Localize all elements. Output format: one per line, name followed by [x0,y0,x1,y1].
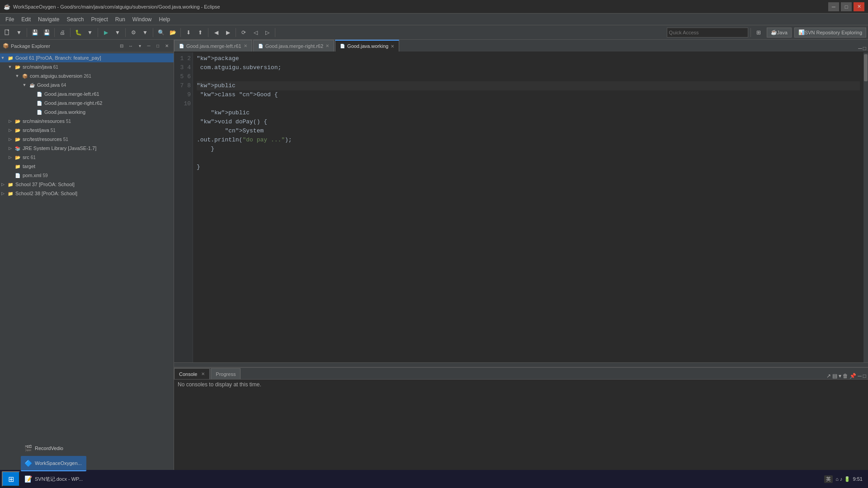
maximize-button[interactable]: □ [841,2,852,11]
open-console-button[interactable]: ↗ [826,373,831,379]
sidebar-menu-button[interactable]: ▾ [136,42,144,50]
minimize-button[interactable]: ─ [828,2,839,11]
tree-arrow[interactable]: ▼ [22,83,27,87]
next-annotation-button[interactable]: ⬇ [183,27,194,38]
taskbar-item[interactable]: 🔷 WorkSpaceOxygen... [21,456,86,471]
menu-navigate[interactable]: Navigate [34,14,63,25]
back-button[interactable]: ◀ [211,27,222,38]
start-button[interactable]: ⊞ [2,471,20,487]
tab-close-button[interactable]: ✕ [391,44,394,49]
tree-arrow[interactable]: ▷ [7,137,13,141]
taskbar-item[interactable]: 📝 SVN笔记.docx - WP... [21,471,86,487]
clear-console-button[interactable]: 🗑 [843,373,848,379]
next-edit-button[interactable]: ▷ [262,27,273,38]
debug-dropdown[interactable]: ▼ [85,27,95,38]
menu-window[interactable]: Window [129,14,156,25]
tree-arrow[interactable]: ▷ [0,191,5,196]
new-button[interactable] [2,27,13,38]
scrollbar-thumb[interactable] [864,54,868,81]
tree-item[interactable]: ▼ 📦 com.atguigu.subversion 261 [0,71,174,80]
tree-item[interactable]: 📁 target [0,162,174,171]
menu-project[interactable]: Project [87,14,111,25]
tab-close-button[interactable]: ✕ [244,43,247,48]
tree-item[interactable]: ▼ 📁 Good 61 [ProOA, Branch: feature_pay] [0,53,174,62]
taskbar-item[interactable]: 🎬 RecordVedio [21,441,86,456]
menu-help[interactable]: Help [156,14,174,25]
editor-tab[interactable]: 📄 Good.java.merge-right.r62 ✕ [253,40,334,52]
tree-arrow[interactable]: ▷ [7,146,13,150]
tree-item[interactable]: 📄 Good.java.working [0,108,174,117]
tree-item[interactable]: 📄 Good.java.merge-right.r62 [0,99,174,108]
tree-item[interactable]: ▷ 📂 src/test/resources 51 [0,135,174,144]
console-dropdown[interactable]: ▾ [839,373,841,379]
tree-arrow[interactable]: ▷ [0,182,5,187]
tree-item[interactable]: 📄 pom.xml 59 [0,171,174,180]
tree-label: src/test/resources [23,136,62,142]
tree-item[interactable]: ▷ 📚 JRE System Library [JavaSE-1.7] [0,144,174,153]
save-button[interactable]: 💾 [29,27,40,38]
java-perspective-button[interactable]: ☕ Java [767,28,792,38]
editor-minimize-button[interactable]: ─ [858,45,862,52]
menu-run[interactable]: Run [112,14,129,25]
code-editor[interactable]: 1 2 3 4 5 6 7 8 9 10 "kw">package com.at… [174,52,868,362]
maximize-sidebar-button[interactable]: □ [154,42,162,50]
tree-label: src/main/resources [23,118,65,124]
print-button[interactable]: 🖨 [57,27,68,38]
tree-item[interactable]: ▷ 📂 src 61 [0,153,174,162]
tree-item[interactable]: ▼ ☕ Good.java 64 [0,80,174,89]
bottom-tab[interactable]: Progress [211,368,241,379]
bottom-tab[interactable]: Console ✕ [174,368,210,379]
menu-edit[interactable]: Edit [18,14,34,25]
editor-horizontal-scrollbar[interactable] [174,362,868,367]
external-tools-dropdown[interactable]: ▼ [140,27,151,38]
close-sidebar-button[interactable]: ✕ [163,42,171,50]
prev-annotation-button[interactable]: ⬆ [195,27,206,38]
tree-item[interactable]: ▷ 📂 src/test/java 51 [0,126,174,135]
java-icon: ☕ [771,29,777,35]
tree-arrow[interactable]: ▷ [7,155,13,160]
tab-label: Good.java.working [347,43,388,49]
tree-arrow[interactable]: ▷ [7,128,13,132]
last-edit-button[interactable]: ⟳ [238,27,249,38]
save-all-button[interactable]: 💾 [41,27,52,38]
tree-item[interactable]: 📄 Good.java.merge-left.r61 [0,89,174,99]
tree-arrow[interactable]: ▼ [0,56,5,60]
debug-button[interactable]: 🐛 [73,27,84,38]
collapse-all-button[interactable]: ⊟ [118,42,126,50]
run-dropdown[interactable]: ▼ [112,27,123,38]
open-perspective-button[interactable]: ⊞ [753,27,764,38]
editor-tab[interactable]: 📄 Good.java.working ✕ [335,40,399,52]
tree-item[interactable]: ▷ 📁 School2 38 [ProOA: School] [0,189,174,198]
open-resource-button[interactable]: 📂 [167,27,178,38]
pin-console-button[interactable]: 📌 [849,373,856,379]
tree-arrow[interactable]: ▷ [7,119,13,123]
code-content[interactable]: "kw">package com.atguigu.subversion; "kw… [193,52,863,362]
svn-perspective-button[interactable]: 📊 SVN Repository Exploring [794,28,866,38]
menu-search[interactable]: Search [63,14,87,25]
editor-vertical-scrollbar[interactable] [863,52,868,362]
tree-arrow[interactable]: ▼ [7,65,13,69]
tree-item[interactable]: ▷ 📂 src/main/resources 51 [0,117,174,126]
tree-arrow[interactable]: ▼ [14,74,20,78]
forward-button[interactable]: ▶ [222,27,233,38]
menu-file[interactable]: File [2,14,18,25]
editor-maximize-button[interactable]: □ [863,45,866,52]
bottom-tab-close-button[interactable]: ✕ [201,371,205,376]
quick-access-input[interactable] [667,28,748,38]
code-line [197,72,860,81]
external-tools-button[interactable]: ⚙ [128,27,139,38]
tree-item[interactable]: ▷ 📁 School 37 [ProOA: School] [0,180,174,189]
minimize-bottom-button[interactable]: ─ [858,373,862,379]
dropdown-new-button[interactable]: ▼ [14,27,24,38]
editor-tab[interactable]: 📄 Good.java.merge-left.r61 ✕ [174,40,252,52]
run-button[interactable]: ▶ [100,27,111,38]
console-display-button[interactable]: ▤ [832,373,837,379]
open-type-button[interactable]: 🔍 [156,27,166,38]
prev-edit-button[interactable]: ◁ [250,27,261,38]
maximize-bottom-button[interactable]: □ [863,373,866,379]
link-editor-button[interactable]: ↔ [127,42,135,50]
tree-item[interactable]: ▼ 📂 src/main/java 61 [0,62,174,71]
close-button[interactable]: ✕ [854,2,864,11]
tab-close-button[interactable]: ✕ [326,43,329,48]
minimize-sidebar-button[interactable]: ─ [145,42,153,50]
